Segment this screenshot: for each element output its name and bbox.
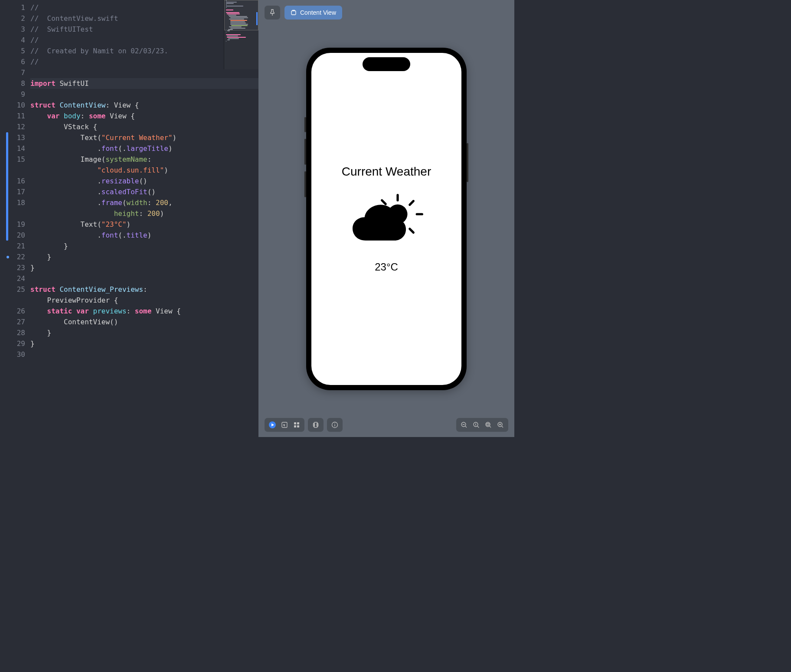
pin-button[interactable]	[265, 6, 280, 20]
line-number: 5	[0, 46, 25, 56]
device-settings-button[interactable]	[310, 419, 322, 431]
code-line[interactable]: .frame(width: 200,	[30, 197, 258, 208]
line-number: 24	[0, 273, 25, 284]
line-number: 25	[0, 284, 25, 295]
line-number: 2	[0, 13, 25, 24]
line-number: 11	[0, 111, 25, 121]
line-number: 27	[0, 316, 25, 327]
device-controls	[308, 418, 324, 432]
line-number: 10	[0, 100, 25, 111]
zoom-controls	[456, 418, 508, 432]
zoom-out-icon	[461, 421, 467, 428]
code-line[interactable]: PreviewProvider {	[30, 295, 258, 306]
zoom-100-icon	[473, 421, 480, 428]
code-line[interactable]: height: 200)	[30, 208, 258, 219]
line-number: 13	[0, 132, 25, 143]
line-number: 7	[0, 67, 25, 78]
code-line[interactable]	[30, 349, 258, 360]
svg-rect-11	[294, 425, 296, 427]
line-number: 18	[0, 197, 25, 208]
code-line[interactable]: }	[30, 338, 258, 349]
svg-rect-9	[294, 422, 296, 424]
zoom-out-button[interactable]	[458, 419, 470, 431]
line-number: 19	[0, 219, 25, 230]
zoom-in-icon	[497, 421, 504, 428]
zoom-fit-button[interactable]	[482, 419, 494, 431]
minimap-viewport[interactable]	[224, 0, 258, 30]
svg-rect-2	[396, 194, 399, 201]
content-view-chip[interactable]: Content View	[284, 6, 342, 20]
line-number: 14	[0, 143, 25, 154]
line-number: 21	[0, 241, 25, 251]
line-number: 4	[0, 35, 25, 46]
code-line[interactable]: var body: some View {	[30, 111, 258, 121]
svg-rect-12	[297, 425, 299, 427]
svg-rect-0	[291, 11, 296, 15]
code-editor[interactable]: 1234567891011121314151617181920212223242…	[0, 0, 258, 437]
svg-rect-6	[380, 199, 387, 206]
line-number	[0, 208, 25, 219]
preview-bottom-bar	[258, 413, 514, 437]
code-line[interactable]: static var previews: some View {	[30, 306, 258, 316]
pin-icon	[269, 9, 276, 16]
preview-pane: Content View Current Weather	[258, 0, 514, 437]
svg-rect-20	[487, 424, 489, 425]
code-line[interactable]: VStack {	[30, 121, 258, 132]
line-number: 28	[0, 327, 25, 338]
line-number: 16	[0, 176, 25, 186]
line-number: 3	[0, 24, 25, 35]
code-line[interactable]: }	[30, 251, 258, 262]
info-circle-icon	[331, 421, 338, 428]
play-circle-icon	[268, 421, 276, 429]
svg-rect-3	[408, 199, 415, 206]
minimap-change-bar	[256, 12, 258, 25]
zoom-actual-button[interactable]	[470, 419, 482, 431]
variants-button[interactable]	[291, 419, 303, 431]
chip-label: Content View	[300, 9, 336, 16]
svg-rect-4	[416, 213, 423, 215]
line-number: 6	[0, 56, 25, 67]
phone-frame: Current Weather 23°C	[306, 48, 467, 390]
preview-toolbar: Content View	[258, 0, 514, 25]
code-line[interactable]: Text("Current Weather")	[30, 132, 258, 143]
code-line[interactable]: .scaledToFit()	[30, 186, 258, 197]
code-line[interactable]: Image(systemName:	[30, 154, 258, 165]
preview-settings-button[interactable]	[329, 419, 341, 431]
code-line[interactable]: }	[30, 262, 258, 273]
code-line[interactable]	[30, 89, 258, 100]
view-stack-icon	[291, 10, 297, 16]
code-line[interactable]: }	[30, 241, 258, 251]
phone-screen: Current Weather 23°C	[311, 53, 461, 385]
line-number: 8	[0, 78, 25, 89]
svg-rect-5	[408, 227, 415, 234]
code-line[interactable]: struct ContentView: View {	[30, 100, 258, 111]
preview-canvas[interactable]: Current Weather 23°C	[258, 25, 514, 413]
zoom-fit-icon	[485, 421, 492, 428]
code-line[interactable]: "cloud.sun.fill")	[30, 165, 258, 176]
phone-mute-switch	[304, 171, 306, 197]
code-line[interactable]: import SwiftUI	[30, 78, 258, 89]
line-number: 30	[0, 349, 25, 360]
code-line[interactable]: ContentView()	[30, 316, 258, 327]
change-indicator-bar	[6, 132, 8, 241]
cloud-sun-fill-icon	[347, 192, 425, 248]
change-indicator-dot	[7, 256, 9, 258]
line-number-gutter: 1234567891011121314151617181920212223242…	[0, 0, 30, 437]
grid-icon	[293, 421, 300, 428]
selectable-preview-button[interactable]	[278, 419, 291, 431]
code-line[interactable]: Text("23°C")	[30, 219, 258, 230]
line-number: 12	[0, 121, 25, 132]
code-line[interactable]	[30, 273, 258, 284]
code-line[interactable]: .font(.title)	[30, 230, 258, 241]
code-line[interactable]: .resizable()	[30, 176, 258, 186]
code-line[interactable]: struct ContentView_Previews:	[30, 284, 258, 295]
minimap[interactable]	[224, 0, 258, 69]
code-line[interactable]: .font(.largeTitle)	[30, 143, 258, 154]
phone-power-button	[467, 143, 468, 182]
live-preview-button[interactable]	[266, 419, 278, 431]
zoom-in-button[interactable]	[494, 419, 507, 431]
code-line[interactable]: }	[30, 327, 258, 338]
device-icon	[312, 421, 319, 428]
line-number	[0, 165, 25, 176]
svg-rect-10	[297, 422, 299, 424]
